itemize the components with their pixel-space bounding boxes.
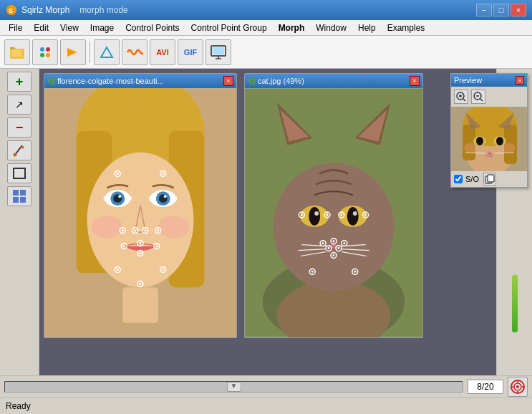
- menu-control-points[interactable]: Control Points: [120, 20, 185, 35]
- svg-rect-142: [488, 175, 494, 182]
- svg-point-140: [501, 143, 516, 153]
- right-image-title: cat.jpg (49%): [258, 77, 304, 85]
- window-title: Sqirlz Morph: [21, 5, 69, 15]
- svg-point-42: [127, 198, 130, 200]
- left-face-image: [44, 88, 236, 337]
- svg-point-135: [496, 137, 503, 145]
- preview-close-button[interactable]: ×: [516, 76, 524, 85]
- preview-zoom-controls: [451, 87, 527, 107]
- grid-tool-button[interactable]: [7, 186, 32, 206]
- avi-button[interactable]: AVI: [150, 39, 175, 65]
- left-image-content: [44, 88, 236, 337]
- svg-point-70: [117, 173, 119, 175]
- monitor-button[interactable]: [205, 39, 231, 65]
- menu-morph[interactable]: Morph: [273, 20, 311, 35]
- menu-bar: File Edit View Image Control Points Cont…: [0, 20, 532, 36]
- gif-button[interactable]: GIF: [178, 39, 203, 65]
- left-image-window: 🌿 florence-colgate-most-beauti... ×: [44, 73, 237, 338]
- preview-morph-image: [451, 107, 527, 171]
- rectangle-tool-button[interactable]: [7, 163, 32, 183]
- svg-point-38: [158, 216, 190, 239]
- title-controls: − □ ×: [476, 4, 526, 16]
- close-button[interactable]: ×: [511, 4, 526, 16]
- arrow-tool-button[interactable]: ↗: [7, 95, 32, 115]
- remove-tool-button[interactable]: −: [7, 117, 32, 138]
- left-image-close[interactable]: ×: [223, 76, 233, 86]
- zoom-in-button[interactable]: [454, 90, 468, 104]
- right-image-close[interactable]: ×: [410, 76, 420, 86]
- scrollbar-thumb[interactable]: [227, 382, 241, 392]
- status-text: Ready: [6, 401, 31, 411]
- canvas-area: 🌿 florence-colgate-most-beauti... ×: [39, 69, 532, 375]
- menu-control-point-group[interactable]: Control Point Group: [185, 20, 273, 35]
- svg-point-6: [40, 53, 44, 57]
- svg-point-7: [46, 53, 50, 57]
- triangle-button[interactable]: [94, 39, 120, 65]
- open-folder-button[interactable]: [4, 39, 30, 65]
- svg-point-111: [337, 247, 339, 249]
- right-image-window: 🌿 cat.jpg (49%) ×: [244, 73, 423, 338]
- right-cat-image: [245, 88, 422, 337]
- preview-footer: S/O: [451, 171, 527, 187]
- menu-window[interactable]: Window: [310, 20, 352, 35]
- preview-window: Preview ×: [450, 73, 528, 188]
- timeline-scrollbar[interactable]: [4, 381, 463, 393]
- svg-point-95: [301, 213, 303, 216]
- target-button[interactable]: [508, 377, 528, 397]
- svg-point-66: [162, 269, 164, 271]
- svg-point-50: [135, 229, 137, 231]
- zoom-out-icon: [473, 91, 484, 102]
- svg-point-52: [144, 229, 146, 231]
- left-title-icon: 🌿: [47, 77, 56, 85]
- zoom-out-button[interactable]: [471, 90, 485, 104]
- triangle-icon: [98, 44, 115, 61]
- svg-marker-9: [101, 47, 112, 57]
- menu-image[interactable]: Image: [84, 20, 120, 35]
- minimize-button[interactable]: −: [476, 4, 492, 16]
- window-subtitle: morph mode: [79, 5, 127, 15]
- folder-icon: [9, 44, 26, 61]
- next-button[interactable]: [60, 39, 86, 65]
- arrow-right-icon: [64, 44, 82, 61]
- left-sidebar: + ↗ −: [0, 69, 39, 375]
- svg-point-82: [309, 207, 320, 226]
- svg-point-113: [333, 254, 335, 256]
- menu-file[interactable]: File: [3, 20, 28, 35]
- svg-point-99: [340, 213, 342, 216]
- eyedropper-tool-button[interactable]: [7, 140, 32, 160]
- menu-view[interactable]: View: [54, 20, 84, 35]
- left-image-title: florence-colgate-most-beauti...: [57, 77, 164, 85]
- menu-edit[interactable]: Edit: [28, 20, 54, 35]
- svg-rect-128: [463, 125, 475, 160]
- svg-text:S: S: [9, 7, 13, 14]
- target-icon: [510, 379, 526, 395]
- svg-point-109: [328, 247, 330, 249]
- svg-rect-20: [20, 190, 26, 196]
- svg-point-54: [157, 229, 159, 231]
- bottom-bar: 8/20: [0, 375, 532, 397]
- svg-point-37: [92, 216, 123, 239]
- svg-point-83: [314, 211, 319, 216]
- svg-rect-19: [13, 190, 19, 196]
- svg-point-5: [46, 47, 50, 52]
- title-bar-left: S Sqirlz Morph morph mode: [6, 4, 128, 16]
- maximize-button[interactable]: □: [493, 4, 509, 16]
- save-output-checkbox[interactable]: [454, 175, 463, 183]
- config-button[interactable]: [32, 39, 58, 65]
- svg-point-97: [327, 213, 329, 216]
- menu-examples[interactable]: Examples: [382, 20, 431, 35]
- wave-button[interactable]: [122, 39, 147, 65]
- svg-point-107: [343, 242, 345, 244]
- menu-help[interactable]: Help: [352, 20, 382, 35]
- svg-point-105: [333, 240, 335, 242]
- add-tool-button[interactable]: +: [7, 72, 32, 92]
- frame-counter: 8/20: [468, 380, 503, 394]
- svg-point-64: [117, 269, 119, 271]
- svg-point-85: [347, 207, 359, 226]
- svg-rect-18: [14, 168, 25, 178]
- copy-button[interactable]: [483, 173, 496, 186]
- svg-point-4: [40, 47, 44, 52]
- rectangle-icon: [12, 167, 26, 180]
- right-image-content: [245, 88, 422, 337]
- svg-point-44: [151, 198, 153, 200]
